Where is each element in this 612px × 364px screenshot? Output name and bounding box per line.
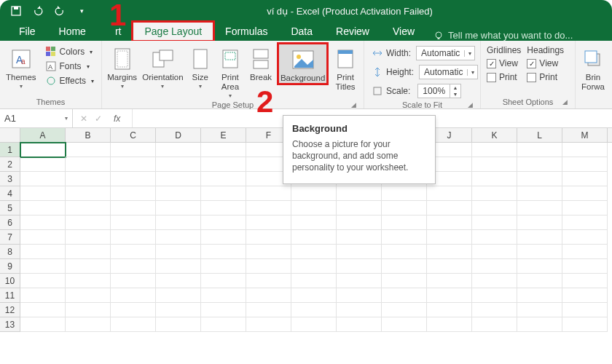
cell[interactable]	[246, 186, 291, 201]
cell[interactable]	[20, 172, 66, 186]
cell[interactable]	[201, 230, 246, 245]
cell[interactable]	[291, 186, 337, 201]
cell[interactable]	[111, 157, 156, 172]
col-header[interactable]: M	[562, 128, 608, 142]
cell[interactable]	[472, 317, 517, 332]
col-header[interactable]: B	[66, 128, 111, 142]
cell[interactable]	[427, 245, 472, 259]
cell[interactable]	[201, 201, 246, 215]
row-header[interactable]: 3	[0, 172, 20, 186]
cell[interactable]	[517, 259, 562, 274]
cell[interactable]	[427, 215, 472, 230]
row-header[interactable]: 6	[0, 215, 20, 230]
cell[interactable]	[246, 215, 291, 230]
spin-up-icon[interactable]: ▲	[450, 84, 460, 91]
cell[interactable]	[20, 274, 66, 288]
cell[interactable]	[517, 274, 562, 288]
gridlines-view-checkbox[interactable]: ✓View	[485, 58, 521, 69]
cell[interactable]	[427, 317, 472, 332]
redo-icon[interactable]	[54, 5, 66, 17]
cell[interactable]	[201, 303, 246, 317]
cell[interactable]	[562, 172, 608, 186]
cell[interactable]	[111, 303, 156, 317]
cell[interactable]	[382, 259, 427, 274]
cell[interactable]	[201, 317, 246, 332]
cell[interactable]	[427, 274, 472, 288]
cell[interactable]	[246, 317, 291, 332]
cell[interactable]	[427, 288, 472, 303]
cell[interactable]	[20, 157, 66, 172]
cell[interactable]	[427, 303, 472, 317]
cell[interactable]	[472, 303, 517, 317]
cell[interactable]	[337, 259, 382, 274]
themes-button[interactable]: Aa Themes ▾	[4, 44, 38, 90]
cell[interactable]	[472, 245, 517, 259]
cell[interactable]	[201, 186, 246, 201]
cell[interactable]	[562, 245, 608, 259]
tab-review[interactable]: Review	[324, 22, 381, 41]
cell[interactable]	[201, 274, 246, 288]
cell[interactable]	[111, 259, 156, 274]
tab-data[interactable]: Data	[279, 22, 324, 41]
cell[interactable]	[66, 230, 111, 245]
orientation-button[interactable]: Orientation▾	[142, 44, 183, 90]
cell[interactable]	[337, 230, 382, 245]
cell[interactable]	[562, 230, 608, 245]
dialog-launcher-icon[interactable]: ◢	[466, 101, 474, 110]
tab-formulas[interactable]: Formulas	[213, 22, 279, 41]
cell[interactable]	[382, 288, 427, 303]
col-header[interactable]: E	[201, 128, 246, 142]
cell[interactable]	[427, 201, 472, 215]
fx-icon[interactable]: fx	[109, 114, 125, 124]
cell[interactable]	[517, 157, 562, 172]
cell[interactable]	[111, 143, 156, 157]
cell[interactable]	[20, 201, 66, 215]
cell[interactable]	[156, 245, 201, 259]
cell[interactable]	[111, 215, 156, 230]
cell[interactable]	[472, 259, 517, 274]
cell[interactable]	[472, 157, 517, 172]
cell[interactable]	[201, 245, 246, 259]
cell[interactable]	[66, 245, 111, 259]
cell[interactable]	[427, 230, 472, 245]
cell[interactable]	[201, 157, 246, 172]
row-header[interactable]: 11	[0, 288, 20, 303]
col-header[interactable]: K	[472, 128, 517, 142]
save-icon[interactable]	[10, 5, 22, 17]
height-combo[interactable]: Automatic▾	[419, 65, 478, 79]
cell[interactable]	[156, 288, 201, 303]
cell[interactable]	[382, 230, 427, 245]
cell[interactable]	[337, 288, 382, 303]
cancel-icon[interactable]: ✕	[80, 114, 87, 124]
fonts-button[interactable]: AFonts▾	[42, 60, 97, 73]
col-header[interactable]: L	[517, 128, 562, 142]
bring-forward-button[interactable]: Brin Forwa	[580, 44, 606, 92]
cell[interactable]	[562, 201, 608, 215]
print-titles-button[interactable]: Print Titles	[332, 44, 359, 92]
cell[interactable]	[472, 186, 517, 201]
cell[interactable]	[20, 259, 66, 274]
cell[interactable]	[246, 303, 291, 317]
cell[interactable]	[201, 172, 246, 186]
cell[interactable]	[517, 303, 562, 317]
dialog-launcher-icon[interactable]: ◢	[349, 101, 358, 110]
cell[interactable]	[382, 201, 427, 215]
cell[interactable]	[562, 259, 608, 274]
cell[interactable]	[337, 201, 382, 215]
cell[interactable]	[382, 317, 427, 332]
cell[interactable]	[111, 245, 156, 259]
cell[interactable]	[291, 259, 337, 274]
cell[interactable]	[66, 172, 111, 186]
cell[interactable]	[66, 157, 111, 172]
cell[interactable]	[111, 288, 156, 303]
cell[interactable]	[472, 215, 517, 230]
cell[interactable]	[337, 186, 382, 201]
cell[interactable]	[66, 317, 111, 332]
tell-me-search[interactable]: Tell me what you want to do...	[426, 30, 573, 41]
cell[interactable]	[20, 230, 66, 245]
cell[interactable]	[246, 259, 291, 274]
cell[interactable]	[156, 274, 201, 288]
cell[interactable]	[517, 143, 562, 157]
row-header[interactable]: 13	[0, 317, 20, 332]
cell[interactable]	[337, 215, 382, 230]
